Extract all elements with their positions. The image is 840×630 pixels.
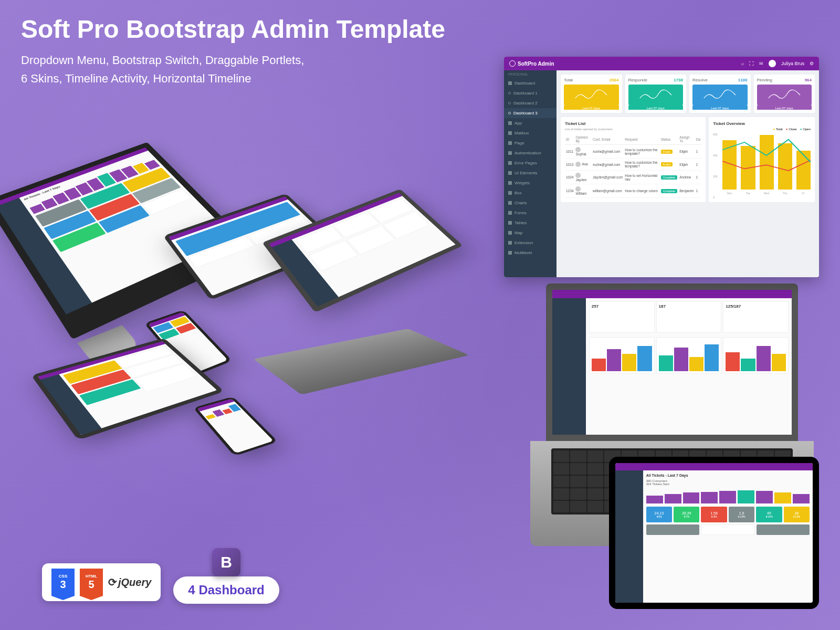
- tech-badges: CSS3 HTML5 jQuery B 4 Dashboard: [42, 561, 279, 604]
- tech-badge-group: CSS3 HTML5 jQuery: [42, 563, 161, 601]
- table-row[interactable]: 1013Avaxudra@gmail.comHow to customize t…: [565, 159, 701, 171]
- legend-total: Total: [773, 128, 782, 131]
- sidebar-item-dashboard-1[interactable]: Dashboard 1: [504, 88, 556, 98]
- stat-footer: Last 07 days: [757, 106, 812, 110]
- menu-icon: [508, 191, 512, 195]
- table-header[interactable]: Status: [660, 134, 679, 145]
- menu-icon: [508, 131, 512, 135]
- sidebar-item-multilevel[interactable]: Multilevel: [504, 248, 556, 258]
- stat-card-total[interactable]: Total2064Last 07 days: [561, 75, 622, 113]
- sidebar-item-charts[interactable]: Charts: [504, 198, 556, 208]
- status-badge: In pro: [661, 162, 673, 166]
- sidebar-item-dashboard-2[interactable]: Dashboard 2: [504, 98, 556, 108]
- bullet-icon: [508, 102, 511, 104]
- sidebar-item-label: Dashboard 1: [513, 91, 538, 96]
- overview-title: Ticket Overview: [713, 121, 811, 126]
- sidebar-item-label: App: [514, 121, 522, 125]
- stat-value: 964: [805, 78, 812, 82]
- tablet-title: All Tickets - Last 7 Days: [646, 474, 810, 477]
- dashboard-window: SoftPro Admin ⌕ ⛶ ✉ Juliya Brus ⚙ PERSON…: [504, 57, 819, 277]
- sidebar-item-label: Dashboard 3: [513, 111, 538, 116]
- tablet-stat-card: 24.13⬆5%: [646, 507, 672, 522]
- laptop-stat-card: 257: [589, 301, 655, 333]
- sidebar-item-label: Dashboard: [514, 81, 535, 86]
- sidebar-item-label: Authentication: [514, 151, 541, 155]
- sidebar-item-authentication[interactable]: Authentication: [504, 148, 556, 158]
- table-header[interactable]: Assign To: [678, 134, 695, 145]
- stat-card-responde[interactable]: Responde1738Last 07 days: [625, 75, 687, 113]
- sidebar-item-label: UI Elements: [514, 171, 538, 175]
- avatar: [575, 173, 581, 178]
- sidebar-item-widgets[interactable]: Widgets: [504, 178, 556, 188]
- stat-footer: Last 07 days: [628, 106, 684, 110]
- sidebar-item-page[interactable]: Page: [504, 138, 556, 148]
- ticket-table: IDOpened ByCust. EmailRequestStatusAssig…: [565, 134, 701, 198]
- status-badge: In pro: [661, 150, 673, 154]
- overview-chart: 6004002000MonTueWedThuFr: [713, 133, 811, 196]
- sidebar-item-label: Widgets: [514, 181, 530, 185]
- menu-icon: [508, 171, 512, 175]
- sidebar-item-label: Tables: [514, 220, 527, 225]
- table-row[interactable]: 1011Sophiaxudra@gmail.comHow to customiz…: [565, 145, 701, 159]
- dashboard-main: Total2064Last 07 daysResponde1738Last 07…: [556, 70, 819, 277]
- page-title: Soft Pro Bootstrap Admin Template: [21, 15, 445, 44]
- table-header[interactable]: Request: [624, 134, 659, 145]
- stat-label: Total: [564, 78, 573, 82]
- menu-icon: [508, 221, 512, 225]
- menu-icon: [508, 161, 512, 165]
- tablet-stat-card: 45⬆14%: [756, 507, 782, 522]
- brand-logo[interactable]: SoftPro Admin: [509, 60, 554, 67]
- menu-icon: [508, 141, 512, 145]
- user-name[interactable]: Juliya Brus: [781, 61, 804, 66]
- menu-icon: [508, 181, 512, 185]
- device-mockups: All Tickets · Last 7 Days: [16, 126, 488, 494]
- table-row[interactable]: 1024JaydenJayden@gmail.comHow to set Hor…: [565, 171, 701, 184]
- gear-icon[interactable]: ⚙: [810, 61, 814, 66]
- sidebar-item-app[interactable]: App: [504, 118, 556, 128]
- search-icon[interactable]: ⌕: [741, 61, 744, 66]
- sidebar-item-mailbox[interactable]: Mailbox: [504, 128, 556, 138]
- sidebar-item-label: Forms: [514, 211, 527, 215]
- sidebar-item-dashboard-3[interactable]: Dashboard 3: [504, 108, 556, 118]
- tablet-stat-card: 1.6⬆14%: [729, 507, 754, 522]
- bootstrap-badge: B: [212, 548, 240, 576]
- status-badge: Complete: [661, 189, 678, 193]
- table-header[interactable]: ID: [565, 134, 574, 145]
- sidebar-item-dashboard[interactable]: Dashboard: [504, 78, 556, 88]
- avatar: [575, 147, 581, 152]
- sidebar-item-label: Error Pages: [514, 161, 537, 165]
- ticket-overview-panel: Ticket Overview Total Close Open 6004002…: [709, 117, 815, 202]
- table-row[interactable]: 1234Williamwilliam@gmail.comHow to chang…: [565, 184, 701, 198]
- jquery-badge: jQuery: [108, 576, 151, 589]
- avatar: [575, 186, 581, 192]
- table-header[interactable]: Da: [695, 134, 701, 145]
- stat-card-pending[interactable]: Pending964Last 07 days: [754, 75, 815, 113]
- mail-icon[interactable]: ✉: [759, 61, 763, 66]
- sidebar: PERSONAL DashboardDashboard 1Dashboard 2…: [504, 70, 556, 277]
- legend-close: Close: [786, 128, 797, 131]
- sidebar-item-tables[interactable]: Tables: [504, 218, 556, 228]
- tablet-front-mockup: All Tickets - Last 7 Days 360 Customers …: [609, 457, 819, 609]
- dashboard-count-pill: 4 Dashboard: [173, 576, 279, 604]
- fullscreen-icon[interactable]: ⛶: [749, 61, 754, 66]
- tablet-stat-card: 28⬆14%: [784, 507, 810, 522]
- bullet-icon: [508, 112, 511, 114]
- sidebar-item-map[interactable]: Map: [504, 228, 556, 238]
- menu-icon: [508, 81, 512, 85]
- sidebar-item-extension[interactable]: Extension: [504, 238, 556, 248]
- sidebar-item-ui-elements[interactable]: UI Elements: [504, 168, 556, 178]
- chart-legend: Total Close Open: [713, 128, 811, 131]
- laptop-stat-card: 187: [656, 301, 722, 333]
- stat-card-resolve[interactable]: Resolve1100Last 07 days: [689, 75, 751, 113]
- menu-icon: [508, 121, 512, 125]
- sidebar-item-label: Mailbox: [514, 131, 529, 135]
- avatar[interactable]: [769, 60, 776, 67]
- stat-label: Responde: [628, 78, 647, 82]
- legend-open: Open: [800, 128, 811, 131]
- sidebar-item-label: Page: [514, 141, 524, 145]
- table-header[interactable]: Opened By: [574, 134, 592, 145]
- sidebar-item-forms[interactable]: Forms: [504, 208, 556, 218]
- sidebar-item-error-pages[interactable]: Error Pages: [504, 158, 556, 168]
- sidebar-item-box[interactable]: Box: [504, 188, 556, 198]
- table-header[interactable]: Cust. Email: [592, 134, 624, 145]
